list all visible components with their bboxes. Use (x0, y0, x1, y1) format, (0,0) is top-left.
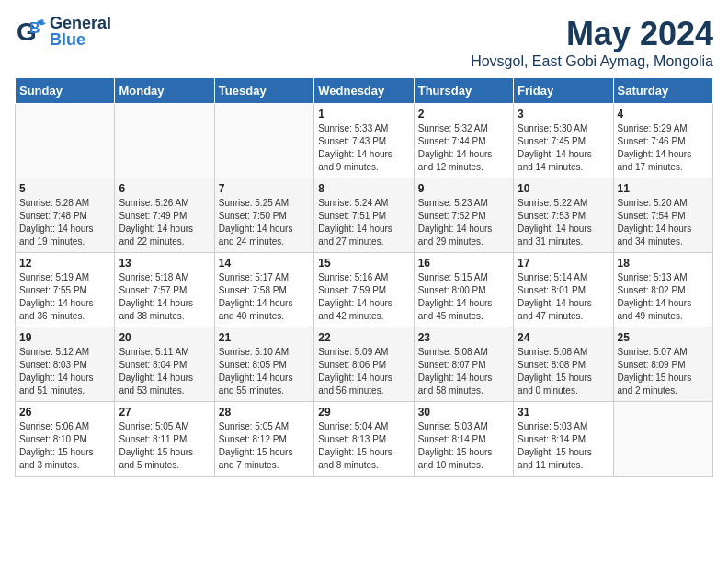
calendar-cell: 30Sunrise: 5:03 AM Sunset: 8:14 PM Dayli… (414, 402, 513, 477)
calendar-week-row: 19Sunrise: 5:12 AM Sunset: 8:03 PM Dayli… (16, 327, 713, 402)
day-number: 17 (518, 257, 609, 270)
day-info: Sunrise: 5:22 AM Sunset: 7:53 PM Dayligh… (518, 197, 609, 248)
day-number: 28 (219, 406, 310, 419)
day-number: 6 (119, 182, 210, 195)
day-number: 18 (618, 257, 709, 270)
calendar-cell: 4Sunrise: 5:29 AM Sunset: 7:46 PM Daylig… (613, 104, 712, 178)
day-number: 19 (19, 331, 110, 344)
calendar-cell: 11Sunrise: 5:20 AM Sunset: 7:54 PM Dayli… (613, 178, 712, 253)
weekday-header-thursday: Thursday (414, 78, 513, 104)
day-info: Sunrise: 5:30 AM Sunset: 7:45 PM Dayligh… (518, 122, 609, 174)
weekday-header-monday: Monday (115, 78, 214, 104)
calendar-cell: 10Sunrise: 5:22 AM Sunset: 7:53 PM Dayli… (514, 178, 613, 253)
day-info: Sunrise: 5:19 AM Sunset: 7:55 PM Dayligh… (19, 271, 110, 323)
day-info: Sunrise: 5:13 AM Sunset: 8:02 PM Dayligh… (618, 271, 709, 323)
day-number: 7 (219, 182, 310, 195)
day-info: Sunrise: 5:09 AM Sunset: 8:06 PM Dayligh… (318, 346, 409, 397)
calendar-cell: 31Sunrise: 5:03 AM Sunset: 8:14 PM Dayli… (514, 402, 613, 477)
day-number: 14 (219, 257, 310, 270)
weekday-header-tuesday: Tuesday (214, 78, 313, 104)
calendar-cell: 22Sunrise: 5:09 AM Sunset: 8:06 PM Dayli… (314, 327, 414, 402)
day-info: Sunrise: 5:26 AM Sunset: 7:49 PM Dayligh… (119, 197, 210, 248)
logo-general: General (50, 15, 111, 31)
day-info: Sunrise: 5:03 AM Sunset: 8:14 PM Dayligh… (418, 420, 509, 472)
day-info: Sunrise: 5:06 AM Sunset: 8:10 PM Dayligh… (19, 420, 110, 472)
day-info: Sunrise: 5:11 AM Sunset: 8:04 PM Dayligh… (119, 346, 210, 397)
calendar-week-row: 26Sunrise: 5:06 AM Sunset: 8:10 PM Dayli… (16, 402, 713, 477)
calendar-cell: 5Sunrise: 5:28 AM Sunset: 7:48 PM Daylig… (16, 178, 115, 253)
calendar-cell: 27Sunrise: 5:05 AM Sunset: 8:11 PM Dayli… (115, 402, 214, 477)
calendar-cell: 18Sunrise: 5:13 AM Sunset: 8:02 PM Dayli… (613, 253, 712, 327)
day-number: 10 (518, 182, 609, 195)
day-info: Sunrise: 5:25 AM Sunset: 7:50 PM Dayligh… (219, 197, 310, 248)
day-number: 25 (618, 331, 709, 344)
day-number: 27 (119, 406, 210, 419)
logo-icon: G B (15, 15, 48, 48)
calendar-cell: 28Sunrise: 5:05 AM Sunset: 8:12 PM Dayli… (214, 402, 313, 477)
day-number: 22 (318, 331, 409, 344)
logo-text: General Blue (50, 15, 111, 48)
calendar-cell: 16Sunrise: 5:15 AM Sunset: 8:00 PM Dayli… (414, 253, 513, 327)
day-number: 8 (318, 182, 409, 195)
day-info: Sunrise: 5:16 AM Sunset: 7:59 PM Dayligh… (318, 271, 409, 323)
month-title: May 2024 (471, 15, 713, 53)
day-number: 23 (418, 331, 509, 344)
day-info: Sunrise: 5:32 AM Sunset: 7:44 PM Dayligh… (418, 122, 509, 174)
day-info: Sunrise: 5:33 AM Sunset: 7:43 PM Dayligh… (318, 122, 409, 174)
day-number: 3 (518, 108, 609, 121)
calendar-cell: 26Sunrise: 5:06 AM Sunset: 8:10 PM Dayli… (16, 402, 115, 477)
calendar-cell: 21Sunrise: 5:10 AM Sunset: 8:05 PM Dayli… (214, 327, 313, 402)
day-info: Sunrise: 5:08 AM Sunset: 8:07 PM Dayligh… (418, 346, 509, 397)
day-number: 30 (418, 406, 509, 419)
day-number: 26 (19, 406, 110, 419)
day-info: Sunrise: 5:04 AM Sunset: 8:13 PM Dayligh… (318, 420, 409, 472)
day-info: Sunrise: 5:14 AM Sunset: 8:01 PM Dayligh… (518, 271, 609, 323)
calendar-cell: 14Sunrise: 5:17 AM Sunset: 7:58 PM Dayli… (214, 253, 313, 327)
day-number: 9 (418, 182, 509, 195)
logo: G B General Blue (15, 15, 111, 48)
day-number: 15 (318, 257, 409, 270)
calendar-cell: 6Sunrise: 5:26 AM Sunset: 7:49 PM Daylig… (115, 178, 214, 253)
calendar-cell: 15Sunrise: 5:16 AM Sunset: 7:59 PM Dayli… (314, 253, 414, 327)
calendar-table: SundayMondayTuesdayWednesdayThursdayFrid… (15, 77, 713, 477)
calendar-cell: 19Sunrise: 5:12 AM Sunset: 8:03 PM Dayli… (16, 327, 115, 402)
calendar-cell: 24Sunrise: 5:08 AM Sunset: 8:08 PM Dayli… (514, 327, 613, 402)
day-number: 13 (119, 257, 210, 270)
day-info: Sunrise: 5:20 AM Sunset: 7:54 PM Dayligh… (618, 197, 709, 248)
calendar-cell: 23Sunrise: 5:08 AM Sunset: 8:07 PM Dayli… (414, 327, 513, 402)
calendar-cell (16, 104, 115, 178)
day-info: Sunrise: 5:15 AM Sunset: 8:00 PM Dayligh… (418, 271, 509, 323)
calendar-cell (613, 402, 712, 477)
day-info: Sunrise: 5:29 AM Sunset: 7:46 PM Dayligh… (618, 122, 709, 174)
calendar-cell: 2Sunrise: 5:32 AM Sunset: 7:44 PM Daylig… (414, 104, 513, 178)
calendar-cell: 1Sunrise: 5:33 AM Sunset: 7:43 PM Daylig… (314, 104, 414, 178)
day-number: 16 (418, 257, 509, 270)
weekday-header-wednesday: Wednesday (314, 78, 414, 104)
day-number: 11 (618, 182, 709, 195)
day-info: Sunrise: 5:08 AM Sunset: 8:08 PM Dayligh… (518, 346, 609, 397)
calendar-cell: 12Sunrise: 5:19 AM Sunset: 7:55 PM Dayli… (16, 253, 115, 327)
day-number: 21 (219, 331, 310, 344)
weekday-header-sunday: Sunday (16, 78, 115, 104)
day-info: Sunrise: 5:03 AM Sunset: 8:14 PM Dayligh… (518, 420, 609, 472)
calendar-cell: 3Sunrise: 5:30 AM Sunset: 7:45 PM Daylig… (514, 104, 613, 178)
weekday-header-friday: Friday (514, 78, 613, 104)
day-info: Sunrise: 5:18 AM Sunset: 7:57 PM Dayligh… (119, 271, 210, 323)
day-number: 29 (318, 406, 409, 419)
day-info: Sunrise: 5:23 AM Sunset: 7:52 PM Dayligh… (418, 197, 509, 248)
day-number: 5 (19, 182, 110, 195)
calendar-week-row: 1Sunrise: 5:33 AM Sunset: 7:43 PM Daylig… (16, 104, 713, 178)
weekday-header-saturday: Saturday (613, 78, 712, 104)
location-title: Hovsgol, East Gobi Aymag, Mongolia (471, 53, 713, 70)
calendar-cell: 7Sunrise: 5:25 AM Sunset: 7:50 PM Daylig… (214, 178, 313, 253)
calendar-cell: 25Sunrise: 5:07 AM Sunset: 8:09 PM Dayli… (613, 327, 712, 402)
day-number: 20 (119, 331, 210, 344)
title-block: May 2024 Hovsgol, East Gobi Aymag, Mongo… (471, 15, 713, 70)
day-number: 31 (518, 406, 609, 419)
day-info: Sunrise: 5:10 AM Sunset: 8:05 PM Dayligh… (219, 346, 310, 397)
page-header: G B General Blue May 2024 Hovsgol, East … (15, 15, 713, 70)
calendar-cell: 29Sunrise: 5:04 AM Sunset: 8:13 PM Dayli… (314, 402, 414, 477)
calendar-cell: 13Sunrise: 5:18 AM Sunset: 7:57 PM Dayli… (115, 253, 214, 327)
day-number: 1 (318, 108, 409, 121)
day-info: Sunrise: 5:12 AM Sunset: 8:03 PM Dayligh… (19, 346, 110, 397)
